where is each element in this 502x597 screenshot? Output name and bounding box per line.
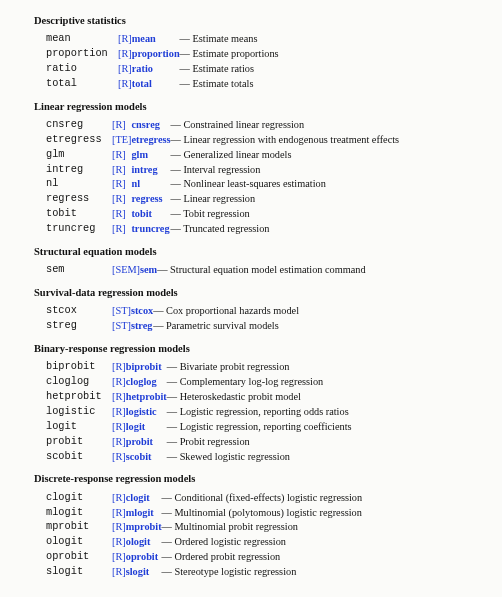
command-name: ologit xyxy=(46,535,112,550)
manual-entry: slogit xyxy=(126,565,162,580)
manual-page: Descriptive statisticsmean[R]meanEstimat… xyxy=(0,0,502,596)
command-desc: Structural equation model estimation com… xyxy=(157,263,365,278)
manual-entry: mprobit xyxy=(126,520,162,535)
manual-ref: [R] xyxy=(112,163,131,178)
command-desc: Nonlinear least-squares estimation xyxy=(171,177,400,192)
command-desc: Interval regression xyxy=(171,163,400,178)
command-desc: Probit regression xyxy=(167,435,352,450)
command-desc: Estimate totals xyxy=(180,77,279,92)
manual-ref: [R] xyxy=(118,32,132,47)
command-row: proportion[R]proportionEstimate proporti… xyxy=(46,47,279,62)
command-desc: Skewed logistic regression xyxy=(167,450,352,465)
command-name: proportion xyxy=(46,47,118,62)
command-name: streg xyxy=(46,319,112,334)
command-desc: Linear regression with endogenous treatm… xyxy=(171,133,400,148)
manual-ref: [R] xyxy=(112,520,126,535)
command-table: cnsreg[R]cnsregConstrained linear regres… xyxy=(46,118,399,237)
command-desc: Parametric survival models xyxy=(153,319,299,334)
manual-ref: [SEM] xyxy=(112,263,140,278)
command-table: stcox[ST]stcoxCox proportional hazards m… xyxy=(46,304,299,334)
command-name: glm xyxy=(46,148,112,163)
command-desc: Estimate means xyxy=(180,32,279,47)
manual-entry: scobit xyxy=(126,450,167,465)
manual-entry: logistic xyxy=(126,405,167,420)
manual-entry: truncreg xyxy=(131,222,170,237)
command-row: logistic[R]logisticLogistic regression, … xyxy=(46,405,352,420)
command-row: cloglog[R]cloglogComplementary log-log r… xyxy=(46,375,352,390)
command-name: cloglog xyxy=(46,375,112,390)
command-desc: Logistic regression, reporting coefficie… xyxy=(167,420,352,435)
command-row: mean[R]meanEstimate means xyxy=(46,32,279,47)
command-desc: Generalized linear models xyxy=(171,148,400,163)
command-name: intreg xyxy=(46,163,112,178)
manual-ref: [R] xyxy=(112,535,126,550)
manual-ref: [R] xyxy=(112,506,126,521)
manual-ref: [R] xyxy=(112,222,131,237)
command-desc: Estimate proportions xyxy=(180,47,279,62)
command-name: oprobit xyxy=(46,550,112,565)
section-title: Structural equation models xyxy=(34,245,482,259)
manual-entry: oprobit xyxy=(126,550,162,565)
manual-ref: [R] xyxy=(112,405,126,420)
command-name: slogit xyxy=(46,565,112,580)
manual-entry: cnsreg xyxy=(131,118,170,133)
manual-entry: nl xyxy=(131,177,170,192)
command-row: clogit[R]clogitConditional (fixed-effect… xyxy=(46,491,362,506)
command-row: mlogit[R]mlogitMultinomial (polytomous) … xyxy=(46,506,362,521)
command-name: cnsreg xyxy=(46,118,112,133)
command-row: ratio[R]ratioEstimate ratios xyxy=(46,62,279,77)
command-desc: Logistic regression, reporting odds rati… xyxy=(167,405,352,420)
manual-ref: [R] xyxy=(112,420,126,435)
command-name: probit xyxy=(46,435,112,450)
command-desc: Estimate ratios xyxy=(180,62,279,77)
manual-ref: [R] xyxy=(118,77,132,92)
command-row: mprobit[R]mprobitMultinomial probit regr… xyxy=(46,520,362,535)
manual-entry: ratio xyxy=(132,62,180,77)
command-row: ologit[R]ologitOrdered logistic regressi… xyxy=(46,535,362,550)
command-name: mlogit xyxy=(46,506,112,521)
command-name: tobit xyxy=(46,207,112,222)
manual-ref: [R] xyxy=(112,360,126,375)
manual-ref: [R] xyxy=(112,390,126,405)
manual-ref: [R] xyxy=(112,550,126,565)
manual-entry: proportion xyxy=(132,47,180,62)
section-title: Linear regression models xyxy=(34,100,482,114)
manual-entry: cloglog xyxy=(126,375,167,390)
manual-entry: clogit xyxy=(126,491,162,506)
command-desc: Bivariate probit regression xyxy=(167,360,352,375)
manual-entry: mean xyxy=(132,32,180,47)
command-desc: Complementary log-log regression xyxy=(167,375,352,390)
manual-ref: [R] xyxy=(112,450,126,465)
manual-entry: stcox xyxy=(131,304,153,319)
manual-ref: [R] xyxy=(112,491,126,506)
command-row: glm[R]glmGeneralized linear models xyxy=(46,148,399,163)
command-desc: Ordered probit regression xyxy=(162,550,363,565)
command-name: truncreg xyxy=(46,222,112,237)
manual-ref: [R] xyxy=(112,207,131,222)
command-name: total xyxy=(46,77,118,92)
command-name: sem xyxy=(46,263,112,278)
manual-entry: ologit xyxy=(126,535,162,550)
manual-entry: sem xyxy=(140,263,157,278)
command-row: truncreg[R]truncregTruncated regression xyxy=(46,222,399,237)
manual-ref: [R] xyxy=(112,177,131,192)
command-desc: Conditional (fixed-effects) logistic reg… xyxy=(162,491,363,506)
manual-entry: mlogit xyxy=(126,506,162,521)
manual-entry: probit xyxy=(126,435,167,450)
manual-entry: streg xyxy=(131,319,153,334)
command-row: stcox[ST]stcoxCox proportional hazards m… xyxy=(46,304,299,319)
command-row: intreg[R]intregInterval regression xyxy=(46,163,399,178)
manual-ref: [R] xyxy=(112,435,126,450)
manual-ref: [ST] xyxy=(112,319,131,334)
command-row: logit[R]logitLogistic regression, report… xyxy=(46,420,352,435)
manual-entry: total xyxy=(132,77,180,92)
command-row: nl[R]nlNonlinear least-squares estimatio… xyxy=(46,177,399,192)
command-row: sem[SEM]semStructural equation model est… xyxy=(46,263,366,278)
command-desc: Tobit regression xyxy=(171,207,400,222)
command-row: slogit[R]slogitStereotype logistic regre… xyxy=(46,565,362,580)
command-desc: Constrained linear regression xyxy=(171,118,400,133)
manual-ref: [ST] xyxy=(112,304,131,319)
section-title: Survival-data regression models xyxy=(34,286,482,300)
manual-ref: [R] xyxy=(112,118,131,133)
command-row: scobit[R]scobitSkewed logistic regressio… xyxy=(46,450,352,465)
